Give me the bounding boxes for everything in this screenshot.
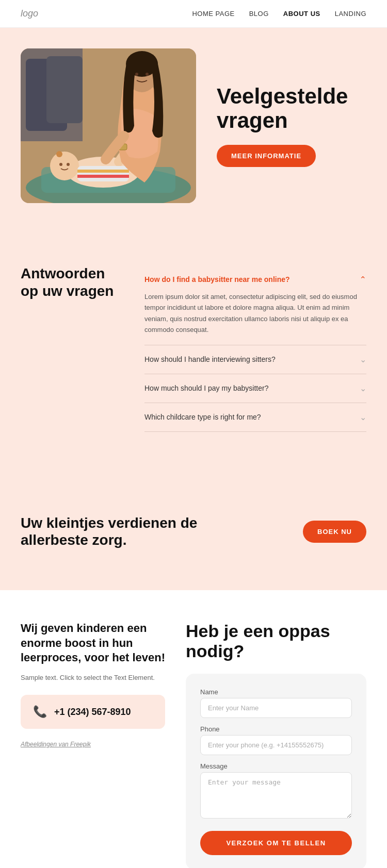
svg-rect-12 [77,170,129,173]
faq-question-4: Which childcare type is right for me? [144,413,261,421]
hero-image [21,48,196,203]
faq-chevron-2: ⌄ [360,355,366,364]
name-label: Name [200,688,352,696]
faq-question-row-4[interactable]: Which childcare type is right for me? ⌄ [144,412,366,422]
faq-item-2: How should I handle interviewing sitters… [144,345,366,374]
message-textarea[interactable] [200,772,352,819]
faq-chevron-3: ⌄ [360,383,366,393]
faq-left: Antwoorden op uw vragen [21,265,124,432]
svg-point-17 [146,73,149,76]
contact-right: Heb je een oppas nodig? Name Phone Messa… [186,621,366,868]
faq-question-row-2[interactable]: How should I handle interviewing sitters… [144,355,366,364]
svg-rect-11 [77,166,129,181]
phone-icon: 📞 [33,705,47,719]
faq-question-1: How do I find a babysitter near me onlin… [144,275,290,283]
form-name-group: Name [200,688,352,718]
contact-right-title: Heb je een oppas nodig? [186,621,366,661]
phone-label: Phone [200,725,352,733]
svg-point-8 [56,151,62,157]
navigation: logo HOME PAGE BLOG ABOUT US LANDING [0,0,387,28]
phone-card: 📞 +1 (234) 567-8910 [21,695,165,729]
hero-title: Veelgestelde vragen [217,85,366,132]
faq-item-3: How much should I pay my babysitter? ⌄ [144,374,366,403]
hero-section: Veelgestelde vragen MEER INFORMATIE [0,28,387,234]
svg-point-15 [126,51,158,77]
faq-question-2: How should I handle interviewing sitters… [144,355,276,363]
hero-illustration [21,48,196,203]
faq-question-row-3[interactable]: How much should I pay my babysitter? ⌄ [144,383,366,393]
svg-rect-3 [46,56,83,123]
svg-point-16 [135,73,138,76]
name-input[interactable] [200,698,352,718]
phone-number: +1 (234) 567-8910 [54,707,131,717]
svg-rect-13 [77,175,129,178]
faq-question-row-1[interactable]: How do I find a babysitter near me onlin… [144,274,366,284]
nav-about[interactable]: ABOUT US [283,10,320,18]
submit-button[interactable]: VERZOEK OM TE BELLEN [200,831,352,855]
logo: logo [21,8,38,19]
freepik-credit: Afbeeldingen van Freepik [21,741,91,748]
form-message-group: Message [200,762,352,821]
svg-point-7 [50,152,79,180]
nav-landing[interactable]: LANDING [335,10,366,18]
boek-nu-button[interactable]: BOEK NU [303,521,366,543]
meer-informatie-button[interactable]: MEER INFORMATIE [217,145,316,167]
cta-title: Uw kleintjes verdienen de allerbeste zor… [21,514,217,549]
form-phone-group: Phone [200,725,352,755]
phone-input[interactable] [200,735,352,755]
faq-section-title: Antwoorden op uw vragen [21,265,124,299]
nav-links: HOME PAGE BLOG ABOUT US LANDING [192,10,366,18]
contact-left-text: Sample text. Click to select the Text El… [21,673,165,683]
hero-content: Veelgestelde vragen MEER INFORMATIE [212,85,366,166]
faq-section: Antwoorden op uw vragen How do I find a … [0,234,387,473]
faq-question-3: How much should I pay my babysitter? [144,384,268,392]
faq-item-4: Which childcare type is right for me? ⌄ [144,403,366,432]
faq-answer-1: Lorem ipsum dolor sit amet, consectetur … [144,291,366,336]
faq-list: How do I find a babysitter near me onlin… [144,265,366,432]
svg-point-10 [67,163,70,166]
contact-left-title: Wij geven kinderen een enorme boost in h… [21,621,165,665]
nav-home[interactable]: HOME PAGE [192,10,234,18]
contact-section: Wij geven kinderen een enorme boost in h… [0,590,387,868]
nav-blog[interactable]: BLOG [249,10,269,18]
faq-chevron-4: ⌄ [360,412,366,422]
contact-form: Name Phone Message VERZOEK OM TE BELLEN [186,674,366,868]
cta-section: Uw kleintjes verdienen de allerbeste zor… [0,473,387,590]
faq-item-1: How do I find a babysitter near me onlin… [144,265,366,345]
contact-left: Wij geven kinderen een enorme boost in h… [21,621,165,868]
message-label: Message [200,762,352,770]
faq-inner: Antwoorden op uw vragen How do I find a … [21,265,366,432]
faq-chevron-1: ⌄ [360,274,366,284]
svg-point-9 [59,163,62,166]
